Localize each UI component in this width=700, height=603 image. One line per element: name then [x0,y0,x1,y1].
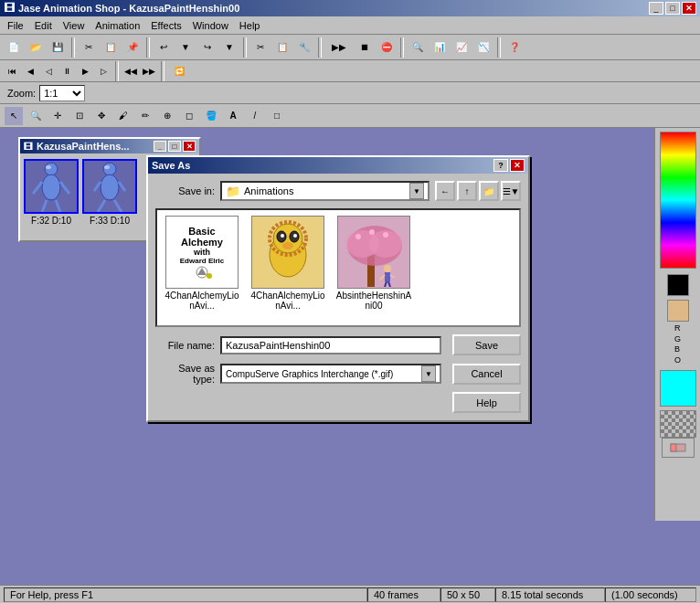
menu-effects[interactable]: Effects [145,18,186,33]
loop[interactable]: 🔁 [168,61,190,81]
select-tool[interactable]: ↖ [4,106,24,126]
file-thumb-3 [337,216,410,289]
line-tool[interactable]: / [245,106,265,126]
tb13[interactable]: 🔧 [294,37,314,58]
close-button[interactable]: ✕ [682,2,696,15]
svg-point-24 [293,234,297,238]
nav-view-btn[interactable]: ☰▼ [501,181,521,201]
menu-animation[interactable]: Animation [90,18,145,33]
help-button[interactable]: Help [452,392,521,413]
file-name-2: 4ChanAlchemyLionAvi... [249,291,327,311]
svg-point-23 [281,234,284,238]
file-item-1[interactable]: Basic Alchemy with Edward Elric [161,214,243,312]
dialog-form-area: File name: Save Save as type: CompuServe… [155,334,521,413]
menu-view[interactable]: View [58,18,90,33]
menu-help[interactable]: Help [234,18,266,33]
dialog-body: Save in: 📁 Animations ▼ ← ↑ 📁 ☰▼ [148,174,528,420]
tb4[interactable]: ✂ [79,37,99,58]
nav-back-btn[interactable]: ← [435,181,455,201]
menu-edit[interactable]: Edit [29,18,58,33]
tb16[interactable]: ⛔ [377,37,397,58]
prev2[interactable]: ◁ [40,61,57,81]
tb15[interactable]: ⏹ [355,37,375,58]
tb20[interactable]: 📉 [473,37,493,58]
save-in-label: Save in: [155,185,215,196]
file-item-3[interactable]: AbsintheHenshinAni00 [333,214,415,312]
tb12[interactable]: 📋 [272,37,292,58]
pencil-tool[interactable]: ✏ [135,106,155,126]
alchemy-thumbnail: Basic Alchemy with Edward Elric [166,216,238,289]
menu-window[interactable]: Window [187,18,234,33]
zoom-select[interactable]: 1:1 1:2 2:1 [39,85,85,101]
open-button[interactable]: 📂 [26,37,46,58]
tb18[interactable]: 📊 [430,37,450,58]
file-item-2[interactable]: 4ChanAlchemyLionAvi... [247,214,329,312]
savetype-combo[interactable]: CompuServe Graphics Interchange (*.gif) … [220,364,441,384]
app-icon: 🎞 [4,2,15,15]
file-name-1: 4ChanAlchemyLionAvi... [163,291,241,311]
eraser-tool[interactable]: ◻ [179,106,199,126]
magnify-tool[interactable]: 🔍 [26,106,46,126]
cancel-button[interactable]: Cancel [452,364,521,385]
dialog-close-btn[interactable]: ✕ [510,159,525,172]
save-button[interactable]: Save [452,334,521,355]
svg-point-33 [369,229,375,235]
clone-tool[interactable]: ⊕ [157,106,177,126]
tb10[interactable]: ▼ [219,37,239,58]
savetype-label: Save as type: [155,363,215,385]
folder-icon: 📁 [226,185,240,198]
save-as-dialog: Save As ? ✕ Save in: 📁 Animations ▼ [146,155,530,422]
minimize-button[interactable]: _ [649,2,663,15]
pause[interactable]: ⏸ [58,61,75,81]
text-tool[interactable]: A [223,106,243,126]
tb3[interactable]: 💾 [48,37,68,58]
zoom-bar: Zoom: 1:1 1:2 2:1 [0,82,700,104]
tb6[interactable]: 📌 [122,37,143,58]
person-tree-svg [340,218,408,287]
crop-tool[interactable]: ⊡ [69,106,90,126]
next-frame[interactable]: ▷ [95,61,111,81]
app-title: Jase Animation Shop - KazusaPaintHenshin… [18,3,239,14]
tb21[interactable]: ❓ [504,37,525,58]
savetype-arrow[interactable]: ▼ [421,365,436,382]
tb7[interactable]: ↩ [154,37,174,58]
dialog-help-btn[interactable]: ? [493,159,508,172]
tb14[interactable]: ▶▶ [325,37,353,58]
move-tool[interactable]: ✥ [91,106,111,126]
save-in-arrow[interactable]: ▼ [409,183,424,199]
tb8[interactable]: ▼ [175,37,196,58]
play[interactable]: ▶ [77,61,93,81]
brush-tool[interactable]: 🖌 [113,106,133,126]
filename-input[interactable] [220,336,441,354]
next2[interactable]: ▶▶ [141,61,157,81]
sep2 [146,37,150,58]
tb19[interactable]: 📈 [451,37,472,58]
status-size: 50 x 50 [440,587,495,602]
crosshair-tool[interactable]: ✛ [48,106,68,126]
rect-tool[interactable]: □ [267,106,287,126]
fill-tool[interactable]: 🪣 [201,106,221,126]
status-bar: For Help, press F1 40 frames 50 x 50 8.1… [0,585,700,603]
prev-first[interactable]: ⏮ [4,61,20,81]
zoom-label: Zoom: [7,88,36,99]
svg-point-34 [383,232,388,238]
sep6 [497,37,501,58]
tb17[interactable]: 🔍 [408,37,428,58]
file-thumb-2 [251,216,324,289]
tb11[interactable]: ✂ [250,37,270,58]
nav-up-btn[interactable]: ↑ [457,181,477,201]
prev-frame[interactable]: ◀ [22,61,38,81]
nav-newfolder-btn[interactable]: 📁 [479,181,499,201]
prev-frame2[interactable]: ◀◀ [122,61,139,81]
alchemy-symbol [191,265,213,280]
filename-row: File name: Save [155,334,521,355]
save-in-combo[interactable]: 📁 Animations ▼ [220,181,430,201]
tb5[interactable]: 📋 [101,37,121,58]
savetype-value: CompuServe Graphics Interchange (*.gif) [226,369,421,379]
maximize-button[interactable]: □ [665,2,680,15]
file-browser[interactable]: Basic Alchemy with Edward Elric [155,208,521,327]
menu-file[interactable]: File [2,18,29,33]
savetype-row: Save as type: CompuServe Graphics Interc… [155,363,521,385]
new-button[interactable]: 📄 [4,37,24,58]
tb9[interactable]: ↪ [197,37,217,58]
